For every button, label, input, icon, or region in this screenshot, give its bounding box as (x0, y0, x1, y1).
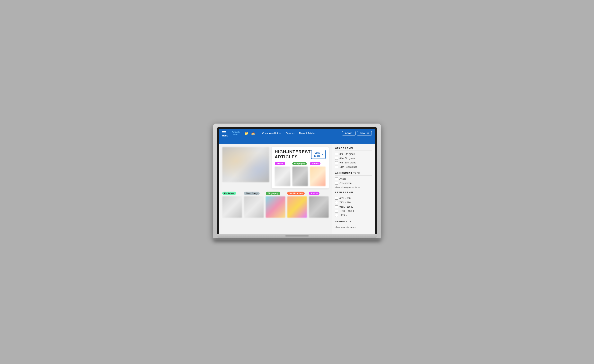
section-title: HIGH-INTEREST ARTICLES (275, 149, 311, 159)
second-card[interactable]: Skill Practice (287, 192, 307, 218)
checkbox-3rd-5th[interactable] (335, 153, 338, 155)
chevron-down-icon: ▾ (293, 132, 294, 134)
laptop-body: MENU Actively Learn 📁 🏫 Curriculum Units… (213, 124, 381, 238)
filter-option-6th-8th[interactable]: 6th - 8th grade (335, 157, 372, 160)
article-card[interactable]: Article (310, 162, 325, 186)
folder-icon[interactable]: 📁 (244, 132, 249, 135)
checkbox-450-790[interactable] (335, 197, 338, 200)
filter-option-450-790[interactable]: 450L - 790L (335, 197, 372, 200)
menu-button[interactable]: MENU (222, 131, 226, 135)
article-card[interactable]: Biography (292, 162, 308, 186)
assignment-type-title: ASSIGNMENT TYPE (335, 172, 372, 176)
second-card[interactable]: Article (309, 192, 329, 218)
badge-article-3: Article (309, 192, 319, 195)
badge-biography-1: Biography (292, 162, 307, 165)
content-area: HIGH-INTEREST ARTICLES View more › Artic… (219, 144, 332, 234)
filter-option-assessment[interactable]: Assessment (335, 182, 372, 185)
lexile-level-title: LEXILE LEVEL (335, 191, 372, 195)
badge-article-2: Article (310, 162, 320, 165)
checkbox-955-1155[interactable] (335, 205, 338, 208)
second-card[interactable]: Explainer (222, 192, 242, 218)
card-image-2 (292, 166, 308, 186)
screen: MENU Actively Learn 📁 🏫 Curriculum Units… (219, 129, 375, 234)
brand-logo[interactable]: Actively Learn (229, 131, 240, 136)
filter-option-article[interactable]: Article (335, 178, 372, 180)
filter-option-11th-12th[interactable]: 11th - 12th grade (335, 165, 372, 168)
chevron-down-icon: ▾ (280, 132, 281, 134)
checkbox-770-980[interactable] (335, 201, 338, 204)
login-button[interactable]: LOG IN (342, 131, 356, 135)
nav-icons: 📁 🏫 (244, 132, 255, 135)
filter-option-1080-1305[interactable]: 1080L - 1305L (335, 210, 372, 212)
badge-explainer: Explainer (222, 192, 236, 195)
filter-option-3rd-5th[interactable]: 3rd - 5th grade (335, 153, 372, 155)
hero-section: HIGH-INTEREST ARTICLES View more › Artic… (219, 144, 332, 190)
checkbox-9th-10th[interactable] (335, 161, 338, 164)
show-all-assignment-types-link[interactable]: show all assignment types (335, 186, 372, 188)
navbar: MENU Actively Learn 📁 🏫 Curriculum Units… (219, 129, 375, 138)
badge-article-1: Article (275, 162, 285, 165)
checkbox-article[interactable] (335, 178, 338, 180)
filter-panel: GRADE LEVEL 3rd - 5th grade 6th - 8th gr… (332, 144, 375, 234)
nav-curriculum-units[interactable]: Curriculum Units ▾ (260, 129, 284, 138)
main-content: HIGH-INTEREST ARTICLES View more › Artic… (219, 144, 375, 234)
card-image-3 (310, 166, 325, 186)
standards-title: STANDARDS (335, 220, 372, 224)
article-card[interactable]: Article (275, 162, 290, 186)
signup-button[interactable]: SIGN UP (357, 131, 372, 135)
nav-links: Curriculum Units ▾ Topics ▾ News & Artic… (260, 129, 318, 138)
badge-short-story: Short Story (244, 192, 260, 195)
articles-header: HIGH-INTEREST ARTICLES View more › (275, 149, 325, 159)
checkbox-6th-8th[interactable] (335, 157, 338, 160)
trackpad-notch (285, 235, 309, 237)
filter-option-1215plus[interactable]: 1215L+ (335, 214, 372, 217)
second-card-image-4 (287, 196, 307, 218)
second-card[interactable]: Short Story (244, 192, 264, 218)
grade-level-title: GRADE LEVEL (335, 147, 372, 151)
login-area: LOG IN SIGN UP (342, 131, 372, 135)
building-icon[interactable]: 🏫 (251, 132, 255, 135)
chevron-right-icon: › (322, 153, 323, 156)
checkbox-1080-1305[interactable] (335, 210, 338, 212)
nav-news-articles[interactable]: News & Articles (297, 129, 318, 138)
laptop-base (217, 234, 377, 238)
checkbox-11th-12th[interactable] (335, 165, 338, 168)
second-card-image-2 (244, 196, 264, 218)
blue-bar (219, 138, 375, 144)
second-card-image-3 (266, 196, 285, 218)
checkbox-assessment[interactable] (335, 182, 338, 185)
badge-skill-practice: Skill Practice (287, 192, 305, 195)
second-card[interactable]: Biography (266, 192, 285, 218)
filter-option-9th-10th[interactable]: 9th - 10th grade (335, 161, 372, 164)
second-card-image-5 (309, 196, 329, 218)
view-more-button[interactable]: View more › (311, 150, 325, 159)
nav-topics[interactable]: Topics ▾ (284, 129, 297, 138)
articles-panel: HIGH-INTEREST ARTICLES View more › Artic… (271, 147, 329, 188)
show-state-standards-link[interactable]: show state standards (335, 226, 372, 228)
second-row: Explainer Short Story (219, 190, 332, 221)
article-cards: Article Biography (275, 162, 325, 186)
hero-image (222, 147, 269, 182)
second-card-image-1 (222, 196, 242, 218)
badge-biography-2: Biography (266, 192, 280, 195)
laptop-bottom (213, 238, 381, 240)
card-image-1 (275, 166, 290, 186)
laptop-frame: MENU Actively Learn 📁 🏫 Curriculum Units… (213, 124, 381, 240)
filter-option-770-980[interactable]: 770L - 980L (335, 201, 372, 204)
screen-bezel: MENU Actively Learn 📁 🏫 Curriculum Units… (217, 127, 377, 234)
checkbox-1215plus[interactable] (335, 214, 338, 217)
filter-option-955-1155[interactable]: 955L - 1155L (335, 205, 372, 208)
